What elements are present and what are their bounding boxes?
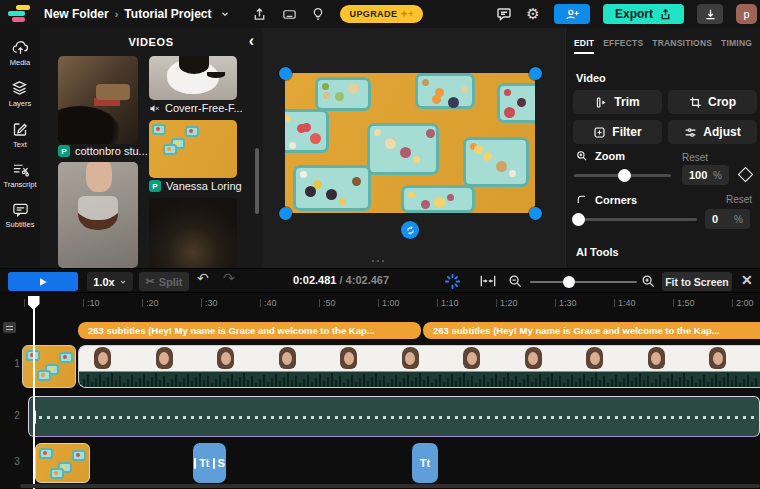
zoom-value-field[interactable]: 100% (682, 165, 729, 185)
corners-control-header: Corners (576, 194, 637, 206)
chevron-down-icon[interactable] (217, 6, 233, 22)
play-button[interactable] (8, 272, 78, 291)
adjust-button[interactable]: Adjust (668, 120, 757, 144)
sidebar-item-layers[interactable]: Layers (9, 80, 32, 108)
split-button[interactable]: ✂ Split (139, 272, 189, 291)
trim-button[interactable]: Trim (573, 90, 662, 114)
ruler-tick: 1:10 (437, 298, 459, 308)
timeline-horizontal-scrollbar[interactable] (20, 484, 760, 488)
sidebar-item-subtitles[interactable]: Subtitles (6, 202, 35, 229)
panel-scrollbar[interactable] (255, 148, 259, 214)
zoom-slider[interactable] (574, 174, 671, 177)
sparkle-icon: ✦+ (400, 9, 414, 19)
zoom-in-magnifier-icon[interactable] (641, 274, 656, 289)
download-button[interactable] (697, 4, 723, 24)
zoom-out-magnifier-icon[interactable] (508, 274, 523, 289)
idea-lightbulb-icon[interactable] (310, 6, 326, 22)
video-frame-thumbnail (337, 347, 361, 373)
ai-tools-section-label: AI Tools (576, 246, 619, 258)
video-thumbnail-cat[interactable] (149, 56, 237, 100)
invite-collaborators-button[interactable] (554, 4, 590, 24)
video-clip-bento[interactable] (22, 345, 76, 388)
play-icon (38, 277, 48, 287)
tab-edit[interactable]: EDIT (574, 38, 594, 54)
close-icon[interactable]: ✕ (741, 272, 753, 288)
corners-reset-button[interactable]: Reset (726, 194, 752, 205)
timeline-ruler[interactable]: :0:10:20:30:40:501:001:101:201:301:401:5… (0, 293, 760, 318)
videos-library-panel: VIDEOS ‹ P cottonbro stu... Coverr-Free-… (40, 28, 262, 268)
video-thumbnail-oven[interactable] (149, 198, 237, 268)
upgrade-button[interactable]: UPGRADE✦+ (340, 5, 422, 23)
audio-clip[interactable] (28, 396, 760, 437)
keyboard-shortcuts-icon[interactable] (281, 6, 297, 22)
kapwing-logo-icon[interactable] (8, 4, 34, 24)
video-item-label: Coverr-Free-F... (149, 102, 243, 114)
top-bar: New Folder › Tutorial Project UPGRADE✦+ … (0, 0, 760, 28)
ruler-tick: 1:40 (614, 298, 636, 308)
tab-timing[interactable]: TIMING (721, 38, 752, 54)
sidebar-item-text[interactable]: Text (12, 121, 28, 149)
share-upload-icon[interactable] (251, 6, 267, 22)
playhead-line[interactable] (33, 296, 35, 489)
timeline-zoom-thumb[interactable] (563, 276, 575, 288)
ruler-tick: :10 (83, 298, 100, 308)
panel-collapse-icon[interactable]: ‹ (249, 32, 254, 50)
resize-handle-top-left[interactable] (279, 67, 292, 80)
export-button[interactable]: Export (603, 4, 684, 24)
video-frame-thumbnail (706, 347, 730, 373)
user-avatar[interactable]: p (736, 4, 757, 24)
resize-handle-bottom-right[interactable] (529, 207, 542, 220)
rotate-handle[interactable] (401, 221, 419, 239)
pexels-badge-icon: P (149, 180, 161, 192)
sidebar-item-transcript[interactable]: Transcript (3, 162, 36, 189)
subtitle-group-clip[interactable]: 263 subtitles (Hey! My name is Grace and… (423, 322, 760, 339)
canvas-menu-dots-icon[interactable] (372, 260, 384, 262)
subtitle-track-icon[interactable] (3, 322, 16, 333)
corners-value-field[interactable]: 0% (705, 209, 750, 229)
fit-clip-arrows-icon[interactable] (480, 274, 496, 288)
audio-waveform (39, 416, 755, 419)
playback-toolbar: 1.0x ✂ Split ↶ ↷ 0:02.481 / 4:02.467 Fit… (0, 268, 760, 293)
scissors-icon: ✂ (145, 275, 154, 288)
filter-button[interactable]: Filter (573, 120, 662, 144)
timeline[interactable]: :0:10:20:30:40:501:001:101:201:301:401:5… (0, 293, 760, 489)
text-clip-icon: Tt (199, 457, 209, 469)
timeline-zoom-slider[interactable] (530, 281, 637, 283)
resize-handle-top-right[interactable] (529, 67, 542, 80)
text-clip[interactable]: Tt (412, 443, 438, 483)
corners-slider-thumb[interactable] (572, 213, 585, 226)
selected-video-layer[interactable] (285, 73, 535, 213)
video-frame-thumbnail (460, 347, 484, 373)
zoom-slider-thumb[interactable] (618, 169, 631, 182)
tab-effects[interactable]: EFFECTS (603, 38, 643, 54)
corners-slider[interactable] (574, 218, 697, 221)
comments-icon[interactable] (496, 6, 512, 22)
settings-gear-icon[interactable]: ⚙ (525, 6, 541, 22)
subtitle-group-clip[interactable]: 263 subtitles (Hey! My name is Grace and… (78, 322, 421, 339)
preview-canvas[interactable] (262, 28, 565, 268)
crop-button[interactable]: Crop (668, 90, 757, 114)
undo-button[interactable]: ↶ (197, 270, 209, 286)
fit-to-screen-button[interactable]: Fit to Screen (662, 272, 732, 291)
sidebar-item-media[interactable]: Media (10, 40, 30, 67)
subtitles-icon (12, 202, 29, 217)
text-clip[interactable]: Tt S (193, 443, 226, 483)
video-clip-talking-head[interactable] (78, 345, 760, 388)
zoom-reset-button[interactable]: Reset (682, 152, 708, 163)
rotate-icon (405, 225, 416, 236)
keyframe-diamond-icon[interactable] (738, 167, 754, 183)
magic-snap-icon[interactable] (444, 273, 461, 290)
playback-speed-button[interactable]: 1.0x (87, 272, 133, 291)
redo-button[interactable]: ↷ (223, 270, 235, 286)
video-frame-thumbnail (399, 347, 423, 373)
video-thumbnail-cooking[interactable] (58, 56, 138, 144)
video-thumbnail-bento[interactable] (149, 120, 237, 178)
trim-icon (595, 96, 608, 109)
muted-speaker-icon (149, 103, 160, 114)
video-thumbnail-coffee[interactable] (58, 162, 138, 268)
breadcrumb-folder[interactable]: New Folder (44, 7, 109, 21)
resize-handle-bottom-left[interactable] (279, 207, 292, 220)
video-clip-bento[interactable] (35, 443, 90, 483)
tab-transitions[interactable]: TRANSITIONS (652, 38, 712, 54)
breadcrumb-project[interactable]: Tutorial Project (124, 7, 211, 21)
